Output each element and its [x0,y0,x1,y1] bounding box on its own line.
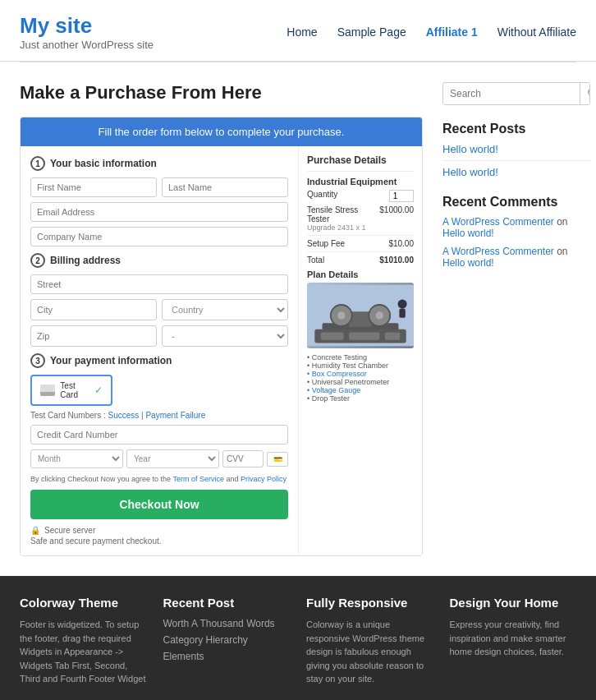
footer-post-link1[interactable]: Worth A Thousand Words [163,618,291,629]
cc-type-icon: 💳 [267,452,288,467]
form-body: 1 Your basic information [21,146,422,555]
company-input[interactable] [30,227,288,246]
card-icon [40,385,55,396]
city-country-row: Country [30,299,288,320]
plan-feature-item: Voltage Gauge [307,386,414,394]
month-select[interactable]: Month [30,449,123,468]
nav-affiliate1[interactable]: Affiliate 1 [426,25,478,39]
plan-feature-item: Universal Penetrometer [307,378,414,386]
privacy-link[interactable]: Privacy Policy [241,475,287,483]
footer-col4-text: Express your creativity, find inspiratio… [450,618,577,659]
form-card-header: Fill the order form below to complete yo… [21,117,422,146]
cc-number-input[interactable] [30,425,288,444]
total-row: Total $1010.00 [307,251,414,265]
purchase-title: Purchase Details [307,154,414,172]
setup-fee-value: $10.00 [388,239,414,248]
plan-feature-item: Concrete Testing [307,353,414,362]
nav-without-affiliate[interactable]: Without Affiliate [497,25,576,39]
commenter-link-0[interactable]: A WordPress Commenter [442,216,554,228]
region-select[interactable]: - [162,325,288,347]
zip-row: - [30,325,288,347]
post-link-0[interactable]: Hello world! [442,143,590,155]
svg-point-5 [337,311,345,319]
lock-icon: 🔒 [30,526,40,535]
content-wrap: Make a Purchase From Here Fill the order… [0,62,596,576]
item-row: Tensile Stress Tester Upgrade 2431 x 1 $… [307,205,414,232]
footer-col1-text: Footer is widgetized. To setup the foote… [20,618,147,686]
post-link-1[interactable]: Hello world! [442,166,590,178]
plan-feature-item: Humidity Test Chamber [307,362,414,370]
test-card-text: Test Card Numbers : [30,411,108,420]
footer-col2: Recent Post Worth A Thousand Words Categ… [163,596,291,686]
comment-post-link-1[interactable]: Hello world! [442,257,494,269]
section3-text: Your payment information [50,355,172,366]
search-input[interactable] [443,83,580,104]
section1-text: Your basic information [50,158,157,169]
footer-col2-title: Recent Post [163,596,291,610]
quantity-label: Quantity [307,190,389,199]
main-nav: Home Sample Page Affiliate 1 Without Aff… [287,25,576,39]
site-header: My site Just another WordPress site Home… [0,0,596,62]
failure-link[interactable]: Payment Failure [145,411,205,420]
purchase-section: Industrial Equipment [307,177,414,187]
svg-rect-12 [399,309,405,318]
footer-col1: Colorway Theme Footer is widgetized. To … [20,596,147,686]
last-name-input[interactable] [162,177,288,197]
recent-posts-section: Recent Posts Hello world! Hello world! [442,122,590,178]
terms-text: By clicking Checkout Now you agree to th… [30,475,288,483]
site-tagline: Just another WordPress site [20,39,154,51]
street-input[interactable] [30,274,288,294]
cc-expiry-row: Month Year 💳 [30,449,288,468]
plan-details-title: Plan Details [307,269,414,279]
footer-col3-title: Fully Responsive [306,596,433,610]
svg-rect-9 [349,332,379,339]
nav-home[interactable]: Home [287,25,317,39]
secure-label: Secure server [44,526,95,535]
year-select[interactable]: Year [126,449,219,468]
svg-point-11 [398,300,407,309]
name-row [30,177,288,197]
svg-rect-10 [385,332,401,339]
section1-num: 1 [30,156,45,171]
site-title: My site [20,13,154,39]
city-input[interactable] [30,299,157,320]
section2-label: 2 Billing address [30,253,288,268]
main-content: Make a Purchase From Here Fill the order… [20,82,423,556]
sidebar: 🔍 Recent Posts Hello world! Hello world!… [442,82,590,556]
plan-features: Concrete TestingHumidity Test ChamberBox… [307,353,414,403]
email-input[interactable] [30,202,288,222]
first-name-input[interactable] [30,177,157,197]
country-select[interactable]: Country [162,299,288,320]
success-link[interactable]: Success [108,411,139,420]
comment-1: A WordPress Commenter on Hello world! [442,246,590,269]
email-row [30,202,288,222]
nav-sample-page[interactable]: Sample Page [337,25,406,39]
commenter-link-1[interactable]: A WordPress Commenter [442,246,554,257]
payment-card-label: Test Card [60,381,89,399]
recent-comments-section: Recent Comments A WordPress Commenter on… [442,195,590,269]
cvv-input[interactable] [222,450,264,467]
search-box: 🔍 [442,82,590,105]
payment-card-box[interactable]: Test Card ✓ [30,375,112,406]
item-price: $1000.00 [379,205,414,214]
total-label: Total [307,256,379,265]
footer-post-link2[interactable]: Category Hierarchy [163,634,291,646]
comment-post-link-0[interactable]: Hello world! [442,228,494,239]
quantity-input[interactable] [389,190,414,202]
footer-col1-title: Colorway Theme [20,596,147,610]
plan-feature-item: Box Compressor [307,370,414,378]
street-row [30,274,288,294]
checkout-button[interactable]: Checkout Now [30,490,288,519]
recent-posts-title: Recent Posts [442,122,590,136]
footer-post-link3[interactable]: Elements [163,651,291,662]
footer-col3-text: Colorway is a unique responsive WordPres… [306,618,433,686]
check-badge: ✓ [94,385,103,396]
site-branding: My site Just another WordPress site [20,13,154,51]
zip-input[interactable] [30,325,157,347]
terms-link[interactable]: Term of Service [172,475,224,483]
form-right: Purchase Details Industrial Equipment Qu… [299,146,422,555]
form-left: 1 Your basic information [21,146,299,555]
footer-col3: Fully Responsive Colorway is a unique re… [306,596,433,686]
safe-text: Safe and secure payment checkout. [30,537,288,546]
search-button[interactable]: 🔍 [580,83,590,104]
